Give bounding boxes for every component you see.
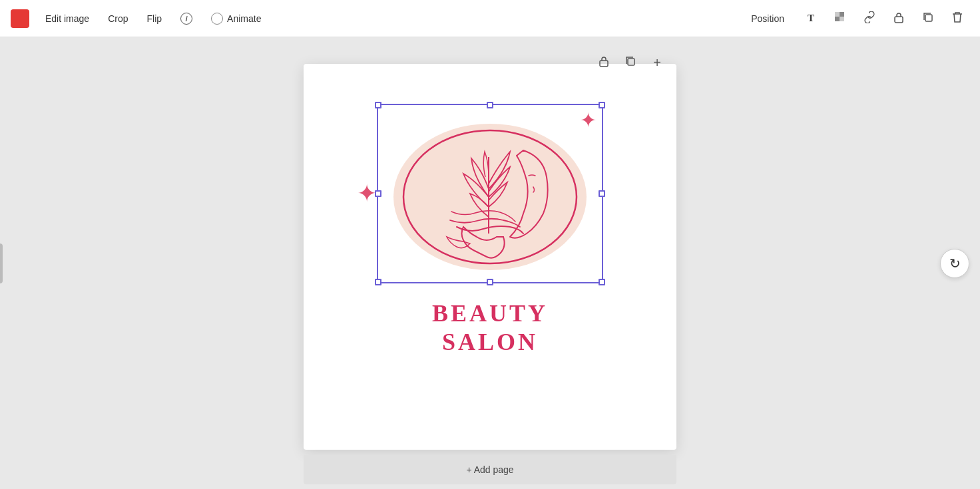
- text-style-icon: T: [808, 13, 814, 24]
- lock-icon: [893, 11, 904, 26]
- info-button[interactable]: i: [172, 9, 200, 29]
- canvas-add-icon: +: [653, 55, 661, 71]
- info-icon: i: [180, 13, 192, 25]
- svg-rect-1: [840, 12, 844, 17]
- svg-rect-3: [840, 17, 844, 21]
- svg-rect-6: [600, 61, 608, 67]
- salon-text: BEAUTY SALON: [432, 299, 548, 357]
- svg-rect-7: [628, 59, 634, 65]
- toolbar-right: Position T: [742, 7, 969, 31]
- canvas-duplicate-icon: [624, 55, 636, 70]
- transparency-icon: [834, 11, 846, 26]
- animate-label: Animate: [227, 13, 261, 24]
- svg-rect-2: [835, 17, 840, 21]
- duplicate-button[interactable]: [916, 7, 940, 31]
- salon-title-line2: SALON: [432, 328, 548, 357]
- duplicate-icon: [922, 11, 934, 26]
- animate-icon: [211, 13, 223, 25]
- canvas-lock-button[interactable]: [593, 52, 614, 73]
- canvas-add-button[interactable]: +: [646, 52, 668, 73]
- canvas-lock-icon: [599, 55, 609, 70]
- canvas-area: + ↻ ✦: [0, 37, 980, 489]
- transparency-button[interactable]: [828, 7, 852, 31]
- svg-rect-5: [925, 15, 932, 21]
- link-icon: [863, 11, 875, 26]
- animate-button[interactable]: Animate: [203, 9, 269, 29]
- canvas-content: ✦ ✦: [317, 104, 663, 357]
- edit-image-label: Edit image: [45, 13, 89, 24]
- lock-button[interactable]: [887, 7, 911, 31]
- delete-button[interactable]: [945, 7, 969, 31]
- crop-label: Crop: [108, 13, 128, 24]
- canvas-duplicate-button[interactable]: [620, 52, 641, 73]
- delete-icon: [952, 11, 963, 26]
- flip-button[interactable]: Flip: [139, 9, 170, 28]
- position-button[interactable]: Position: [742, 9, 794, 28]
- page-card: ✦ ✦: [304, 64, 676, 450]
- canvas-actions: +: [593, 52, 668, 73]
- salon-title-line1: BEAUTY: [432, 299, 548, 328]
- sparkle-left: ✦: [357, 182, 377, 206]
- logo-illustration: [377, 104, 603, 283]
- svg-rect-4: [895, 17, 903, 23]
- link-button[interactable]: [858, 7, 881, 31]
- svg-rect-0: [835, 12, 840, 17]
- edit-image-button[interactable]: Edit image: [37, 9, 97, 28]
- crop-button[interactable]: Crop: [100, 9, 136, 28]
- rotate-icon: ↻: [949, 255, 961, 271]
- selection-wrapper[interactable]: ✦ ✦: [377, 104, 603, 283]
- text-style-button[interactable]: T: [799, 7, 823, 31]
- rotate-button[interactable]: ↻: [940, 249, 969, 278]
- toolbar: Edit image Crop Flip i Animate Position …: [0, 0, 980, 37]
- left-panel-hint: [0, 244, 3, 283]
- flip-label: Flip: [147, 13, 162, 24]
- add-page-label: + Add page: [466, 464, 513, 475]
- add-page-bar[interactable]: + Add page: [304, 455, 676, 484]
- app-logo[interactable]: [11, 9, 29, 28]
- svg-point-8: [393, 124, 587, 270]
